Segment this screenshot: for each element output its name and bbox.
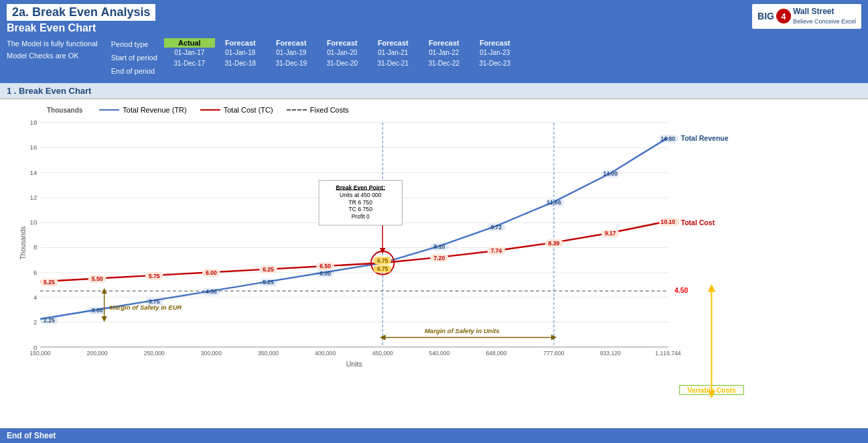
y-axis-label: Thousands [19,227,27,259]
svg-text:Total Cost: Total Cost [681,218,715,227]
svg-text:10.10: 10.10 [661,219,676,226]
svg-text:16: 16 [30,144,38,151]
svg-text:1,119,744: 1,119,744 [655,351,680,357]
period-block: Period type Start of period End of perio… [111,38,520,78]
svg-text:250,000: 250,000 [144,351,165,357]
svg-text:933,120: 933,120 [600,351,621,357]
svg-text:14.00: 14.00 [603,171,618,178]
tr-line-icon [99,109,119,111]
svg-text:648,000: 648,000 [486,351,507,357]
svg-text:11.66: 11.66 [547,200,561,206]
section-header: 1 . Break Even Chart [0,82,868,99]
svg-text:6.00: 6.00 [206,269,217,276]
svg-text:8: 8 [33,244,37,251]
svg-text:6.00: 6.00 [319,270,331,277]
chart-svg: 0 2 4 6 8 10 12 14 16 18 [40,117,777,365]
page-title: 2a. Break Even Analysis [7,4,155,21]
svg-text:6.75: 6.75 [377,257,388,264]
svg-text:200,000: 200,000 [87,351,108,357]
svg-text:9.72: 9.72 [491,224,502,231]
legend-tc-label: Total Cost (TC) [224,106,273,114]
svg-text:350,000: 350,000 [258,351,279,357]
svg-text:Units at 450 000: Units at 450 000 [340,192,382,198]
svg-text:9.17: 9.17 [605,231,616,237]
legend-tr-label: Total Revenue (TR) [123,106,186,114]
svg-text:450,000: 450,000 [372,351,393,357]
svg-text:Total Revenue: Total Revenue [681,134,729,142]
period-col: Forecast 01-Jan-19 31-Dec-19 [266,38,317,69]
svg-text:Margin of Safety in Units: Margin of Safety in Units [425,327,500,334]
legend-tr: Total Revenue (TR) [99,106,186,114]
status-block: The Model is fully functional Model Chec… [7,38,98,62]
svg-text:300,000: 300,000 [201,351,222,357]
svg-text:5.25: 5.25 [263,279,274,286]
svg-text:5.50: 5.50 [92,276,103,283]
svg-text:TC 6 750: TC 6 750 [349,206,373,212]
svg-text:14: 14 [30,169,38,176]
svg-text:5.25: 5.25 [44,279,55,286]
legend: Thousands Total Revenue (TR) Total Cost … [47,106,861,114]
period-col: Forecast 01-Jan-22 31-Dec-22 [419,38,469,69]
logo-wall-street: Wall Street Believe Conceive Excel [793,7,856,26]
svg-text:400,000: 400,000 [315,351,336,357]
subtitle: Break Even Chart [7,22,155,34]
period-col: Actual 01-Jan-17 31-Dec-17 [164,38,215,69]
status-line1: The Model is fully functional [7,38,98,50]
svg-text:6.75: 6.75 [377,266,388,273]
period-col: Forecast 01-Jan-23 31-Dec-23 [469,38,520,69]
svg-text:7.20: 7.20 [434,255,445,261]
svg-text:Units: Units [346,360,362,368]
status-line2: Model Checks are OK [7,50,98,62]
svg-text:12: 12 [30,194,38,201]
legend-fc: Fixed Costs [287,106,349,114]
header-section: 2a. Break Even Analysis Break Even Chart… [0,0,868,82]
svg-text:4.50: 4.50 [206,289,217,296]
footer-text: End of Sheet [7,431,56,440]
svg-text:2: 2 [33,319,37,326]
svg-text:6.25: 6.25 [263,266,274,273]
period-col: Forecast 01-Jan-21 31-Dec-21 [368,38,419,69]
svg-text:5.75: 5.75 [149,273,160,279]
svg-text:16.80: 16.80 [661,135,676,142]
tr-line [40,138,668,320]
legend-fc-label: Fixed Costs [310,106,349,114]
svg-text:4: 4 [33,294,38,301]
svg-text:18: 18 [30,119,38,126]
footer: End of Sheet [0,428,868,443]
svg-text:2.25: 2.25 [44,317,55,324]
svg-text:6: 6 [33,269,37,276]
svg-text:8.10: 8.10 [434,244,445,251]
logo: BIG 4 Wall Street Believe Conceive Excel [752,4,861,29]
period-col: Forecast 01-Jan-18 31-Dec-18 [215,38,266,69]
logo-big: BIG [757,11,774,21]
period-values: Actual 01-Jan-17 31-Dec-17 Forecast 01-J… [164,38,520,69]
fc-line-icon [287,109,307,111]
period-col: Forecast 01-Jan-20 31-Dec-20 [317,38,368,69]
chart-area: Thousands Total Revenue (TR) Total Cost … [0,99,868,404]
period-labels: Period type Start of period End of perio… [111,38,157,78]
svg-text:4.50: 4.50 [674,287,689,295]
tc-line-icon [200,109,220,111]
svg-text:7.74: 7.74 [491,248,502,255]
svg-text:Profit 0: Profit 0 [352,213,370,220]
logo-number: 4 [776,9,791,23]
svg-text:Margin of Safety in EUR: Margin of Safety in EUR [109,304,182,312]
svg-text:TR 6 750: TR 6 750 [349,199,373,206]
legend-tc: Total Cost (TC) [200,106,273,114]
svg-text:777,600: 777,600 [543,351,564,357]
svg-text:Break Even Point:: Break Even Point: [336,184,385,191]
svg-text:8.39: 8.39 [549,240,560,247]
svg-text:150,000: 150,000 [29,351,50,357]
svg-text:540,000: 540,000 [429,351,449,357]
svg-text:3.00: 3.00 [92,308,103,314]
svg-text:6.50: 6.50 [319,263,331,270]
svg-text:10: 10 [30,219,38,227]
